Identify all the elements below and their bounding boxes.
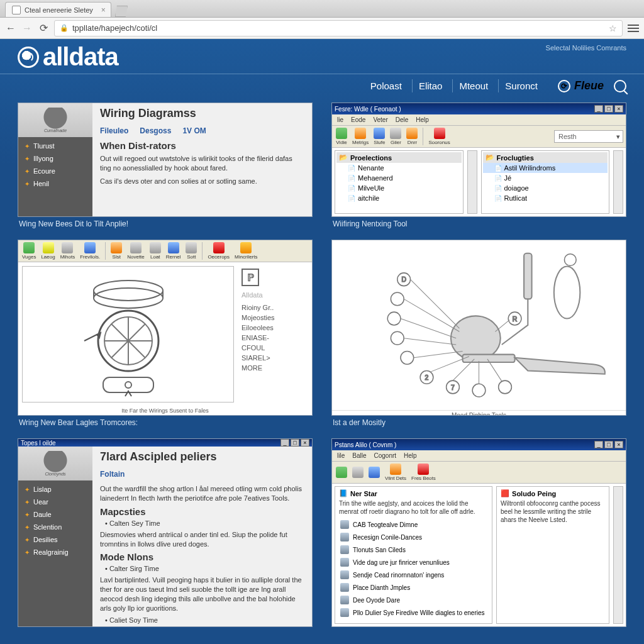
toolbar-button[interactable]: Slufe	[372, 127, 386, 146]
window-titlebar[interactable]: Fesre: Wdle ( Feonaot ) _ □ ×	[332, 103, 626, 114]
toolbar-button[interactable]: Vidie	[335, 127, 348, 146]
doc-tab[interactable]: Fileuleo	[100, 126, 128, 135]
list-item[interactable]: Rioiny Gr..	[242, 303, 306, 313]
menu-item[interactable]: Balle	[352, 452, 366, 459]
reload-button[interactable]: ⟳	[38, 23, 49, 34]
nav-item[interactable]: Mteout	[452, 79, 494, 92]
menu-item[interactable]: Dele	[396, 116, 409, 123]
close-icon[interactable]: ×	[614, 441, 623, 448]
toolbar-button[interactable]: Sott	[184, 242, 198, 260]
window-titlebar[interactable]: Pstans Alilo ( Covnm ) _ □ ×	[332, 439, 626, 450]
bookmark-icon[interactable]: ☆	[609, 23, 617, 33]
help-list-item[interactable]: Sendje Cead rinornnaton' ingens	[339, 569, 488, 581]
forward-button[interactable]: →	[21, 23, 33, 34]
tree-item[interactable]: Mehaenerd	[336, 173, 462, 183]
maximize-icon[interactable]: □	[604, 105, 613, 113]
diagram-canvas[interactable]	[22, 266, 234, 402]
window-titlebar[interactable]: Topes l oilde _ □ ×	[18, 439, 312, 447]
new-tab-button[interactable]	[115, 6, 128, 17]
menu-item[interactable]: lie	[337, 116, 343, 123]
browser-tab[interactable]: Cteal enereerie Sletey ×	[5, 2, 111, 17]
toolbar-button[interactable]	[335, 466, 348, 479]
toolbar-button[interactable]: Metrigs	[351, 127, 370, 146]
tree-item[interactable]: MilveUle	[336, 183, 462, 193]
minimize-icon[interactable]: _	[594, 105, 603, 113]
toolbar-button[interactable]: Giier	[389, 127, 402, 146]
sidebar-item[interactable]: Uear	[18, 496, 92, 508]
sidebar-item[interactable]: Lislap	[18, 483, 92, 496]
sidebar-item[interactable]: Daule	[18, 508, 92, 521]
menu-item[interactable]: Help	[416, 116, 429, 123]
tree-item[interactable]: Nenante	[336, 163, 462, 173]
nav-item[interactable]: Poloast	[364, 79, 408, 92]
nav-item[interactable]: Elitao	[412, 79, 449, 92]
doc-tab[interactable]: 1V OM	[182, 126, 206, 135]
tree-item[interactable]: aitchile	[336, 193, 462, 203]
search-input[interactable]: Resth	[554, 130, 623, 143]
toolbar-button[interactable]: Sooronus	[427, 127, 451, 146]
nav-item[interactable]: Suronct	[498, 79, 544, 92]
close-icon[interactable]: ×	[614, 105, 623, 113]
menu-item[interactable]: lile	[337, 452, 345, 459]
toolbar-button[interactable]: Fres Beots	[410, 463, 437, 482]
exploded-illustration[interactable]: D 2 7 R	[332, 240, 626, 410]
list-item[interactable]: CFOUL	[242, 343, 306, 353]
toolbar-button[interactable]: Dnrr	[405, 127, 419, 146]
toolbar-button[interactable]: Rernel	[165, 242, 182, 260]
address-bar[interactable]: 🔒 tppllate/hapejech/coti/cl ☆	[54, 20, 623, 36]
help-list-item[interactable]: Pllo Dulier Sye Firedive Wille diagles t…	[339, 606, 488, 619]
toolbar-button[interactable]: Laeog	[40, 242, 56, 260]
help-list-item[interactable]: Vide dag ure jur finricer venunliues	[339, 556, 488, 569]
sidebar-item[interactable]: Desilies	[18, 533, 92, 546]
list-item[interactable]: ENIASE-	[242, 333, 306, 343]
help-list-item[interactable]: Tlonuts San Cileds	[339, 543, 488, 556]
scrollbar[interactable]	[467, 150, 477, 214]
tree-item[interactable]: Rutlicat	[483, 193, 608, 203]
browser-menu-icon[interactable]	[628, 23, 639, 34]
tree-pane-right[interactable]: Froclugties Astil Wrilindroms Jé doiagoe…	[481, 150, 610, 214]
sidebar-item[interactable]: Realgrainig	[18, 546, 92, 558]
menu-item[interactable]: Veter	[373, 116, 387, 123]
search-icon[interactable]	[614, 80, 626, 92]
toolbar-button[interactable]: Mincrilerts	[233, 242, 258, 260]
scrollbar[interactable]	[613, 150, 623, 214]
list-item[interactable]: MORE	[242, 363, 306, 373]
doc-tab[interactable]: Foltain	[100, 470, 125, 479]
menu-item[interactable]: Eode	[351, 116, 365, 123]
toolbar-button[interactable]	[351, 466, 365, 479]
back-button[interactable]: ←	[5, 23, 16, 34]
tree-pane-left[interactable]: Proelections Nenante Mehaenerd MilveUle …	[335, 150, 464, 214]
toolbar-button[interactable]: Loat	[148, 242, 162, 260]
list-item[interactable]: Eiloeolees	[242, 323, 306, 333]
toolbar-button[interactable]: Oecerops	[206, 242, 231, 260]
toolbar-button[interactable]: Novette	[126, 242, 146, 260]
help-list-item[interactable]: CAB Teogtealve Dimne	[339, 518, 488, 531]
menu-item[interactable]: Help	[404, 452, 417, 459]
tree-item[interactable]: doiagoe	[483, 183, 608, 193]
sidebar-item[interactable]: Ecoure	[18, 165, 92, 177]
sidebar-item[interactable]: Henil	[18, 177, 92, 190]
minimize-icon[interactable]: _	[594, 441, 603, 448]
tree-item[interactable]: Astil Wrilindroms	[483, 163, 608, 173]
close-icon[interactable]: ×	[301, 439, 309, 447]
help-list-item[interactable]: Recesign Conile-Dances	[339, 531, 488, 543]
scrollbar[interactable]	[613, 486, 623, 624]
tab-close-icon[interactable]: ×	[101, 6, 106, 14]
toolbar-button[interactable]	[367, 466, 381, 479]
help-list-item[interactable]: Dee Oyode Dare	[339, 594, 488, 606]
list-item[interactable]: SIAREL>	[242, 353, 306, 363]
help-list-item[interactable]: Place Dianth Jmples	[339, 581, 488, 594]
maximize-icon[interactable]: □	[604, 441, 613, 448]
toolbar-button[interactable]: Mihots	[59, 242, 77, 260]
minimize-icon[interactable]: _	[280, 439, 289, 447]
brand[interactable]: alldata	[18, 43, 118, 71]
nav-cta[interactable]: ⟳ Fleue	[548, 79, 604, 92]
list-item[interactable]: Mojeosties	[242, 313, 306, 323]
sidebar-item[interactable]: Illyong	[18, 152, 92, 165]
toolbar-button[interactable]: Slst	[109, 242, 123, 260]
doc-tab[interactable]: Desgoss	[140, 126, 171, 135]
sidebar-item[interactable]: Sclention	[18, 521, 92, 533]
tree-item[interactable]: Jé	[483, 173, 608, 183]
toolbar-button[interactable]: Vuges	[21, 242, 37, 260]
sidebar-item[interactable]: Tlurust	[18, 140, 92, 152]
